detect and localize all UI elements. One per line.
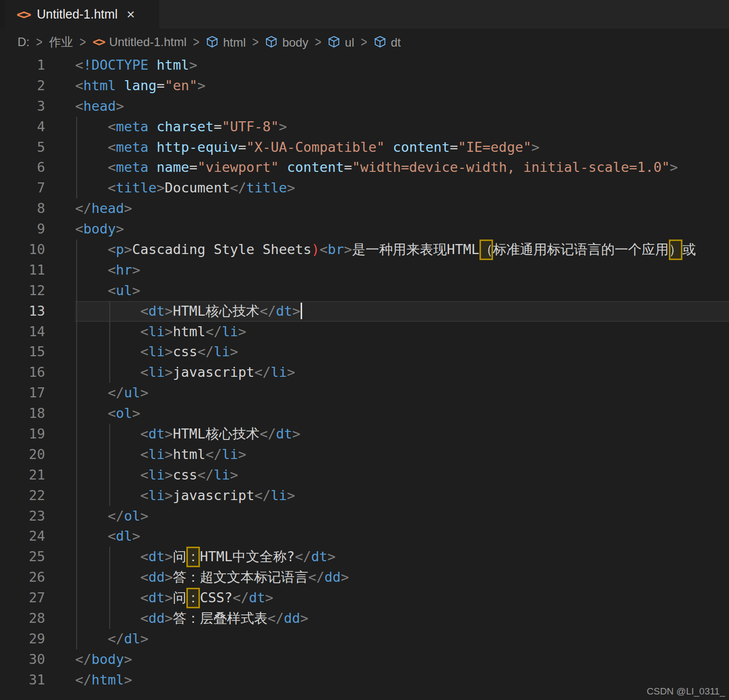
breadcrumb-separator-icon: >: [193, 34, 199, 50]
code-token: >: [230, 467, 238, 483]
tab-close-icon[interactable]: ×: [127, 8, 135, 22]
line-content: <meta http-equiv="X-UA-Compatible" conte…: [75, 137, 729, 158]
code-token: content: [287, 159, 344, 175]
line-content: <hr>: [75, 260, 729, 281]
code-line-21[interactable]: 21 <li>css</li>: [0, 465, 729, 486]
breadcrumb-separator-icon: >: [253, 34, 259, 50]
code-token: [75, 324, 140, 339]
code-token: <: [140, 488, 148, 503]
code-token: >: [124, 651, 132, 667]
code-line-26[interactable]: 26 <dd>答：超文文本标记语言</dd>: [0, 567, 729, 588]
code-line-20[interactable]: 20 <li>html</li>: [0, 444, 729, 465]
breadcrumb-item-untitled-1-html[interactable]: <>Untitled-1.html: [93, 35, 187, 49]
code-token: "width=device-width, initial-scale=1.0": [352, 159, 670, 175]
breadcrumb-item-dt[interactable]: dt: [374, 34, 401, 50]
code-line-6[interactable]: 6 <meta name="viewport" content="width=d…: [0, 157, 729, 178]
breadcrumb-separator-icon: >: [80, 34, 86, 50]
breadcrumb-item-body[interactable]: body: [265, 34, 308, 50]
code-line-4[interactable]: 4 <meta charset="UTF-8">: [0, 117, 729, 137]
code-token: dt: [148, 590, 165, 605]
code-line-3[interactable]: 3<head>: [0, 96, 729, 117]
code-token: <: [108, 262, 116, 278]
line-number: 6: [0, 157, 45, 178]
indent-guide: [76, 465, 77, 486]
code-line-9[interactable]: 9<body>: [0, 219, 729, 240]
code-line-10[interactable]: 10 <p>Cascading Style Sheets)<br>是一种用来表现…: [0, 240, 729, 260]
code-token: p: [116, 242, 124, 257]
breadcrumb-label: D:: [18, 35, 30, 49]
code-line-25[interactable]: 25 <dt>问：HTML中文全称?</dt>: [0, 547, 729, 567]
code-line-15[interactable]: 15 <li>css</li>: [0, 342, 729, 362]
code-line-8[interactable]: 8</head>: [0, 198, 729, 219]
line-number: 14: [0, 322, 45, 342]
code-line-14[interactable]: 14 <li>html</li>: [0, 322, 729, 342]
code-token: dt: [276, 303, 293, 319]
code-editor[interactable]: 1<!DOCTYPE html>2<html lang="en">3<head>…: [0, 55, 729, 690]
code-token: [148, 119, 156, 134]
code-token: >: [531, 139, 539, 155]
code-token: li: [213, 467, 230, 483]
code-token: [75, 242, 108, 257]
code-line-17[interactable]: 17 </ul>: [0, 383, 729, 403]
indent-guide: [76, 444, 77, 465]
indent-guide: [76, 362, 77, 383]
code-token: [75, 159, 108, 175]
line-content: <ul>: [75, 281, 729, 301]
code-token: >: [132, 283, 140, 298]
code-line-7[interactable]: 7 <title>Document</title>: [0, 178, 729, 198]
code-token: [75, 426, 140, 441]
indent-guide: [76, 486, 77, 506]
code-line-30[interactable]: 30</body>: [0, 649, 729, 670]
code-line-31[interactable]: 31</html>: [0, 670, 729, 690]
code-token: li: [222, 324, 238, 339]
breadcrumb: D:>作业><>Untitled-1.html>html>body>ul>dt: [0, 29, 729, 55]
code-line-23[interactable]: 23 </ol>: [0, 506, 729, 527]
breadcrumb-item-ul[interactable]: ul: [328, 34, 354, 50]
code-token: dt: [249, 590, 266, 605]
code-token: </: [108, 631, 124, 646]
code-token: </: [232, 590, 249, 605]
line-number: 29: [0, 629, 45, 649]
code-token: >: [165, 426, 173, 441]
code-line-16[interactable]: 16 <li>javascript</li>: [0, 362, 729, 383]
code-token: >: [140, 508, 148, 524]
html-file-icon: <>: [93, 35, 104, 49]
code-line-28[interactable]: 28 <dd>答：层叠样式表</dd>: [0, 608, 729, 629]
code-token: >: [140, 385, 148, 400]
indent-guide: [76, 629, 77, 649]
code-line-2[interactable]: 2<html lang="en">: [0, 76, 729, 96]
tab-untitled-1[interactable]: <> Untitled-1.html ×: [5, 0, 159, 29]
code-token: =: [213, 119, 221, 134]
code-token: html: [92, 672, 124, 687]
code-line-11[interactable]: 11 <hr>: [0, 260, 729, 281]
line-number: 7: [0, 178, 45, 198]
code-line-22[interactable]: 22 <li>javascript</li>: [0, 486, 729, 506]
code-token: </: [268, 610, 284, 626]
code-token: [385, 139, 393, 155]
code-token: </: [308, 569, 325, 585]
code-line-12[interactable]: 12 <ul>: [0, 281, 729, 301]
breadcrumb-item--[interactable]: 作业: [49, 34, 73, 50]
code-line-19[interactable]: 19 <dt>HTML核心技术</dt>: [0, 424, 729, 444]
line-number: 12: [0, 281, 45, 301]
code-token: <: [140, 364, 148, 380]
code-token: li: [148, 467, 165, 483]
code-token: dl: [124, 631, 141, 646]
code-line-1[interactable]: 1<!DOCTYPE html>: [0, 55, 729, 76]
indent-guide: [109, 588, 110, 608]
code-token: ol: [116, 405, 132, 421]
code-line-13[interactable]: 13 <dt>HTML核心技术</dt>: [0, 301, 729, 322]
indent-guide: [109, 608, 110, 629]
code-token: 问: [173, 549, 186, 564]
breadcrumb-separator-icon: >: [315, 34, 321, 50]
code-line-18[interactable]: 18 <ol>: [0, 403, 729, 424]
line-number: 15: [0, 342, 45, 362]
code-line-29[interactable]: 29 </dl>: [0, 629, 729, 649]
code-token: "en": [165, 78, 197, 93]
breadcrumb-item-d-[interactable]: D:: [18, 35, 30, 49]
code-line-5[interactable]: 5 <meta http-equiv="X-UA-Compatible" con…: [0, 137, 729, 158]
code-line-27[interactable]: 27 <dt>问：CSS?</dt>: [0, 588, 729, 608]
breadcrumb-item-html[interactable]: html: [206, 34, 246, 50]
code-token: 标准通用标记语言的一个应用: [493, 242, 669, 257]
code-line-24[interactable]: 24 <dl>: [0, 526, 729, 547]
